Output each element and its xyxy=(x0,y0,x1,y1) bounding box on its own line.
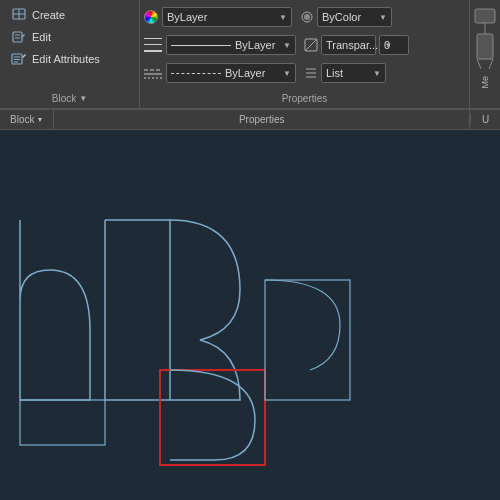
bycolor-icon xyxy=(300,10,314,24)
bycolor-arrow: ▼ xyxy=(373,13,387,22)
props-row-linetype: ByLayer ▼ List ▼ xyxy=(144,60,465,86)
edit-attr-icon xyxy=(10,50,28,68)
bycolor-value: ByColor xyxy=(322,11,361,23)
ribbon-labels-row: Block ▼ Properties U xyxy=(0,110,500,130)
edit-label: Edit xyxy=(32,31,51,43)
svg-rect-26 xyxy=(160,370,265,465)
svg-point-11 xyxy=(304,14,310,20)
list-value: List xyxy=(326,67,343,79)
ribbon-properties-text: Properties xyxy=(239,114,285,125)
color-bylayer-value: ByLayer xyxy=(167,11,207,23)
block-ribbon-arrow: ▼ xyxy=(36,116,43,123)
transparency-value: Transpar... xyxy=(326,39,378,51)
svg-rect-3 xyxy=(13,32,22,42)
lineweight-bylayer-dropdown[interactable]: ByLayer ▼ xyxy=(166,35,296,55)
ribbon-block-text: Block xyxy=(10,114,34,125)
edit-icon xyxy=(10,28,28,46)
transp-arrow: ▼ xyxy=(378,41,392,50)
toolbar: Create Edit xyxy=(0,0,500,110)
linetype-arrow: ▼ xyxy=(277,69,291,78)
list-arrow: ▼ xyxy=(367,69,381,78)
edit-attributes-button[interactable]: Edit Attributes xyxy=(6,48,133,70)
color-indicator xyxy=(144,10,158,24)
block-section-label: Block ▼ xyxy=(0,93,139,104)
transparency-dropdown[interactable]: Transpar... ▼ xyxy=(321,35,376,55)
toolbar-properties-section: ByLayer ▼ ByColor ▼ ByLayer xyxy=(140,0,470,108)
create-label: Create xyxy=(32,9,65,21)
svg-line-24 xyxy=(489,59,493,69)
svg-line-23 xyxy=(477,59,481,69)
ribbon-u-label[interactable]: U xyxy=(470,114,500,125)
color-dropdown-arrow: ▼ xyxy=(273,13,287,22)
properties-section-label: Properties xyxy=(140,93,469,104)
svg-rect-22 xyxy=(477,34,493,59)
create-button[interactable]: Create xyxy=(6,4,133,26)
list-dropdown[interactable]: List ▼ xyxy=(321,63,386,83)
lineweight-arrow: ▼ xyxy=(277,41,291,50)
block-dropdown-arrow: ▼ xyxy=(79,94,87,103)
ribbon-u-text: U xyxy=(482,114,489,125)
props-row-lineweight: ByLayer ▼ Transpar... ▼ 0 xyxy=(144,32,465,58)
edit-button[interactable]: Edit xyxy=(6,26,133,48)
toolbar-me-section: Me xyxy=(470,0,500,108)
transparency-icon xyxy=(304,38,318,52)
lineweight-icon xyxy=(144,38,162,52)
props-row-color: ByLayer ▼ ByColor ▼ xyxy=(144,4,465,30)
list-icon xyxy=(304,66,318,80)
create-icon xyxy=(10,6,28,24)
bycolor-dropdown[interactable]: ByColor ▼ xyxy=(317,7,392,27)
toolbar-block-section: Create Edit xyxy=(0,0,140,108)
me-icon xyxy=(473,4,497,74)
lineweight-bylayer-value: ByLayer xyxy=(235,39,275,51)
ribbon-properties-label[interactable]: Properties xyxy=(54,110,470,129)
me-label: Me xyxy=(480,76,490,89)
linetype-bylayer-value: ByLayer xyxy=(225,67,265,79)
svg-rect-20 xyxy=(475,9,495,23)
ribbon-block-label[interactable]: Block ▼ xyxy=(0,110,54,129)
svg-rect-27 xyxy=(265,280,350,400)
linetype-icon xyxy=(144,66,162,80)
edit-attributes-label: Edit Attributes xyxy=(32,53,100,65)
canvas-area[interactable] xyxy=(0,130,500,500)
svg-line-13 xyxy=(305,39,317,51)
drawing-canvas xyxy=(0,130,500,500)
linetype-bylayer-dropdown[interactable]: ByLayer ▼ xyxy=(166,63,296,83)
color-bylayer-dropdown[interactable]: ByLayer ▼ xyxy=(162,7,292,27)
svg-rect-25 xyxy=(20,400,105,445)
